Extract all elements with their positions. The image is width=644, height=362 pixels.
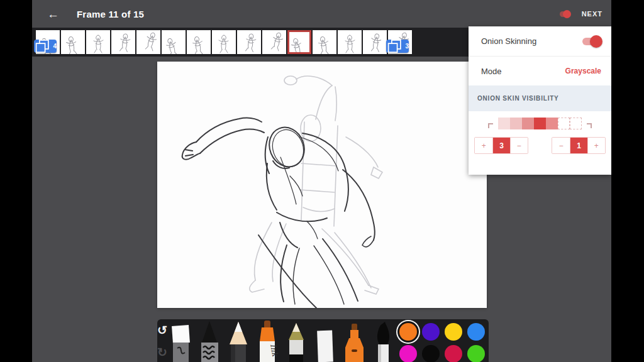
after-frames-value: 1	[570, 138, 587, 153]
frame-thumbnail[interactable]: 3	[388, 30, 412, 54]
undo-icon[interactable]: ↺	[157, 324, 167, 336]
duplicate-count-badge[interactable]: 4	[34, 40, 57, 53]
opacity-square-empty	[558, 118, 570, 129]
frame-thumbnail[interactable]	[363, 30, 387, 54]
opacity-square	[534, 118, 546, 129]
left-bracket-icon	[488, 123, 493, 128]
after-decrease-button[interactable]: −	[552, 138, 570, 153]
onion-skinning-label: Onion Skinning	[481, 36, 536, 46]
frame-thumbnail[interactable]	[237, 30, 261, 54]
figure-sketch	[157, 62, 487, 308]
frame-thumbnail[interactable]	[338, 30, 362, 54]
back-arrow-icon[interactable]: ←	[47, 8, 59, 20]
opacity-square	[510, 118, 522, 129]
duplicate-count: 4	[53, 43, 57, 50]
next-button[interactable]: NEXT	[582, 10, 602, 18]
before-decrease-button[interactable]: −	[510, 138, 528, 153]
frame-thumbnail[interactable]	[187, 30, 211, 54]
mode-value[interactable]: Grayscale	[565, 67, 601, 75]
opacity-square	[498, 118, 510, 129]
color-swatches	[397, 319, 487, 362]
black-ink-bottle-tool[interactable]	[370, 319, 397, 362]
color-swatch-orange-selected[interactable]	[399, 323, 417, 341]
frame-thumbnail[interactable]	[111, 30, 135, 54]
color-swatch-magenta[interactable]	[399, 345, 417, 362]
graphite-pencil-tool[interactable]	[225, 319, 252, 362]
paper-chisel-tool[interactable]	[312, 319, 339, 362]
charcoal-pencil-tool[interactable]	[283, 319, 310, 362]
onion-skin-opacity-strip	[469, 116, 611, 130]
onion-skinning-toggle[interactable]	[582, 38, 601, 45]
onion-skinning-row: Onion Skinning	[469, 26, 611, 56]
frame-thumbnail[interactable]	[262, 30, 286, 54]
frame-thumbnail[interactable]: 4	[36, 30, 60, 54]
top-bar: ← Frame 11 of 15 NEXT	[32, 0, 611, 28]
color-swatch-green[interactable]	[467, 345, 485, 362]
visibility-controls: + 3 − − 1 +	[469, 111, 611, 174]
opacity-square-empty	[570, 118, 582, 129]
color-swatch-black[interactable]	[422, 345, 440, 362]
before-increase-button[interactable]: +	[475, 138, 492, 153]
before-frames-value: 3	[492, 138, 509, 153]
app-screen: ← Frame 11 of 15 NEXT 4 3	[0, 0, 644, 362]
orange-highlighter-bottle-tool[interactable]	[341, 319, 368, 362]
color-swatch-blue[interactable]	[467, 323, 485, 341]
before-frames-stepper: + 3 −	[474, 137, 528, 154]
ink-marker-tool[interactable]: Ink	[254, 319, 281, 362]
visibility-header-label: ONION SKIN VISIBILITY	[477, 95, 559, 102]
right-bracket-icon	[587, 123, 592, 128]
drawing-toolbar: ↺ ↻	[157, 319, 489, 362]
drawing-canvas[interactable]	[157, 62, 487, 308]
frame-thumbnail[interactable]	[136, 30, 160, 54]
frame-thumbnail[interactable]	[313, 30, 336, 54]
mode-row[interactable]: Mode Grayscale	[469, 56, 611, 85]
frame-title: Frame 11 of 15	[77, 9, 144, 19]
frame-thumbnail[interactable]	[86, 30, 110, 54]
brush-tools: Ink	[167, 319, 397, 362]
color-swatch-crimson[interactable]	[445, 345, 462, 362]
duplicate-count: 3	[405, 43, 409, 50]
frame-thumbnail[interactable]	[162, 30, 186, 54]
color-swatch-purple[interactable]	[422, 323, 440, 341]
black-crayon-tool[interactable]	[196, 319, 223, 362]
duplicate-count-badge[interactable]: 3	[386, 40, 409, 53]
opacity-square	[522, 118, 534, 129]
mode-label: Mode	[481, 67, 502, 76]
copy-icon	[386, 40, 402, 53]
frame-thumbnail-selected[interactable]	[287, 30, 311, 54]
onion-skinning-panel: Onion Skinning Mode Grayscale ONION SKIN…	[469, 26, 611, 175]
copy-icon	[34, 40, 50, 53]
opacity-squares	[498, 118, 582, 129]
eraser-crayon-tool[interactable]	[167, 319, 194, 362]
redo-icon[interactable]: ↻	[157, 346, 167, 358]
onion-skin-indicator-icon[interactable]	[560, 11, 570, 17]
frame-thumbnail[interactable]	[212, 30, 236, 54]
opacity-square	[546, 118, 558, 129]
after-frames-stepper: − 1 +	[552, 137, 606, 154]
color-swatch-yellow[interactable]	[445, 323, 462, 341]
visibility-section-header: ONION SKIN VISIBILITY	[469, 85, 611, 111]
toggle-knob-icon	[590, 35, 602, 48]
after-increase-button[interactable]: +	[587, 138, 605, 153]
frame-thumbnail[interactable]	[61, 30, 85, 54]
